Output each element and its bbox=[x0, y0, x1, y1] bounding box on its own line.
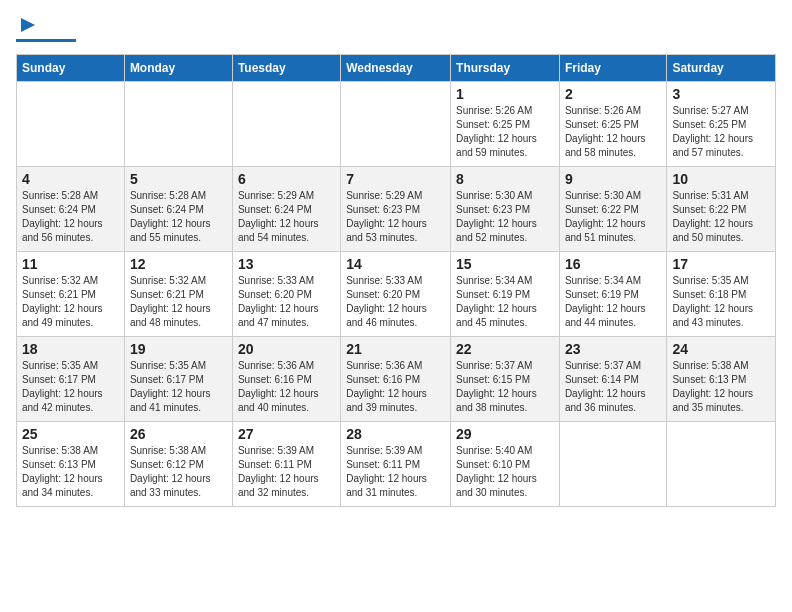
day-number: 3 bbox=[672, 86, 770, 102]
day-number: 1 bbox=[456, 86, 554, 102]
day-number: 22 bbox=[456, 341, 554, 357]
day-info: Sunrise: 5:38 AMSunset: 6:13 PMDaylight:… bbox=[672, 359, 770, 415]
day-info: Sunrise: 5:36 AMSunset: 6:16 PMDaylight:… bbox=[346, 359, 445, 415]
calendar-cell bbox=[232, 82, 340, 167]
day-info: Sunrise: 5:34 AMSunset: 6:19 PMDaylight:… bbox=[456, 274, 554, 330]
col-header-thursday: Thursday bbox=[451, 55, 560, 82]
calendar-cell: 20Sunrise: 5:36 AMSunset: 6:16 PMDayligh… bbox=[232, 337, 340, 422]
day-number: 7 bbox=[346, 171, 445, 187]
logo bbox=[16, 16, 76, 42]
calendar-cell: 19Sunrise: 5:35 AMSunset: 6:17 PMDayligh… bbox=[124, 337, 232, 422]
day-number: 16 bbox=[565, 256, 661, 272]
day-number: 28 bbox=[346, 426, 445, 442]
col-header-monday: Monday bbox=[124, 55, 232, 82]
day-info: Sunrise: 5:40 AMSunset: 6:10 PMDaylight:… bbox=[456, 444, 554, 500]
day-number: 10 bbox=[672, 171, 770, 187]
calendar-cell: 9Sunrise: 5:30 AMSunset: 6:22 PMDaylight… bbox=[559, 167, 666, 252]
day-number: 15 bbox=[456, 256, 554, 272]
day-number: 11 bbox=[22, 256, 119, 272]
day-number: 8 bbox=[456, 171, 554, 187]
svg-marker-0 bbox=[21, 18, 35, 32]
day-info: Sunrise: 5:38 AMSunset: 6:13 PMDaylight:… bbox=[22, 444, 119, 500]
day-number: 23 bbox=[565, 341, 661, 357]
logo-underline bbox=[16, 39, 76, 42]
calendar-cell: 28Sunrise: 5:39 AMSunset: 6:11 PMDayligh… bbox=[341, 422, 451, 507]
day-number: 9 bbox=[565, 171, 661, 187]
day-info: Sunrise: 5:31 AMSunset: 6:22 PMDaylight:… bbox=[672, 189, 770, 245]
day-info: Sunrise: 5:28 AMSunset: 6:24 PMDaylight:… bbox=[22, 189, 119, 245]
day-number: 17 bbox=[672, 256, 770, 272]
calendar-cell: 5Sunrise: 5:28 AMSunset: 6:24 PMDaylight… bbox=[124, 167, 232, 252]
day-info: Sunrise: 5:29 AMSunset: 6:23 PMDaylight:… bbox=[346, 189, 445, 245]
day-info: Sunrise: 5:28 AMSunset: 6:24 PMDaylight:… bbox=[130, 189, 227, 245]
calendar-cell: 6Sunrise: 5:29 AMSunset: 6:24 PMDaylight… bbox=[232, 167, 340, 252]
calendar-cell: 11Sunrise: 5:32 AMSunset: 6:21 PMDayligh… bbox=[17, 252, 125, 337]
col-header-saturday: Saturday bbox=[667, 55, 776, 82]
day-info: Sunrise: 5:33 AMSunset: 6:20 PMDaylight:… bbox=[238, 274, 335, 330]
day-info: Sunrise: 5:37 AMSunset: 6:14 PMDaylight:… bbox=[565, 359, 661, 415]
day-info: Sunrise: 5:39 AMSunset: 6:11 PMDaylight:… bbox=[346, 444, 445, 500]
calendar-cell: 10Sunrise: 5:31 AMSunset: 6:22 PMDayligh… bbox=[667, 167, 776, 252]
day-number: 27 bbox=[238, 426, 335, 442]
day-number: 19 bbox=[130, 341, 227, 357]
calendar-table: SundayMondayTuesdayWednesdayThursdayFrid… bbox=[16, 54, 776, 507]
day-info: Sunrise: 5:30 AMSunset: 6:23 PMDaylight:… bbox=[456, 189, 554, 245]
day-number: 29 bbox=[456, 426, 554, 442]
col-header-wednesday: Wednesday bbox=[341, 55, 451, 82]
day-number: 12 bbox=[130, 256, 227, 272]
calendar-cell: 3Sunrise: 5:27 AMSunset: 6:25 PMDaylight… bbox=[667, 82, 776, 167]
calendar-cell: 17Sunrise: 5:35 AMSunset: 6:18 PMDayligh… bbox=[667, 252, 776, 337]
day-info: Sunrise: 5:29 AMSunset: 6:24 PMDaylight:… bbox=[238, 189, 335, 245]
calendar-cell: 21Sunrise: 5:36 AMSunset: 6:16 PMDayligh… bbox=[341, 337, 451, 422]
page-header bbox=[16, 16, 776, 42]
day-info: Sunrise: 5:38 AMSunset: 6:12 PMDaylight:… bbox=[130, 444, 227, 500]
day-number: 14 bbox=[346, 256, 445, 272]
calendar-cell: 1Sunrise: 5:26 AMSunset: 6:25 PMDaylight… bbox=[451, 82, 560, 167]
day-info: Sunrise: 5:33 AMSunset: 6:20 PMDaylight:… bbox=[346, 274, 445, 330]
day-number: 26 bbox=[130, 426, 227, 442]
calendar-cell bbox=[341, 82, 451, 167]
col-header-sunday: Sunday bbox=[17, 55, 125, 82]
calendar-cell: 22Sunrise: 5:37 AMSunset: 6:15 PMDayligh… bbox=[451, 337, 560, 422]
day-number: 2 bbox=[565, 86, 661, 102]
calendar-cell: 16Sunrise: 5:34 AMSunset: 6:19 PMDayligh… bbox=[559, 252, 666, 337]
calendar-cell: 29Sunrise: 5:40 AMSunset: 6:10 PMDayligh… bbox=[451, 422, 560, 507]
day-number: 20 bbox=[238, 341, 335, 357]
day-number: 21 bbox=[346, 341, 445, 357]
day-number: 6 bbox=[238, 171, 335, 187]
day-number: 18 bbox=[22, 341, 119, 357]
calendar-cell bbox=[124, 82, 232, 167]
calendar-cell: 26Sunrise: 5:38 AMSunset: 6:12 PMDayligh… bbox=[124, 422, 232, 507]
calendar-cell: 23Sunrise: 5:37 AMSunset: 6:14 PMDayligh… bbox=[559, 337, 666, 422]
calendar-cell: 25Sunrise: 5:38 AMSunset: 6:13 PMDayligh… bbox=[17, 422, 125, 507]
day-info: Sunrise: 5:32 AMSunset: 6:21 PMDaylight:… bbox=[22, 274, 119, 330]
day-info: Sunrise: 5:34 AMSunset: 6:19 PMDaylight:… bbox=[565, 274, 661, 330]
calendar-cell: 13Sunrise: 5:33 AMSunset: 6:20 PMDayligh… bbox=[232, 252, 340, 337]
day-info: Sunrise: 5:32 AMSunset: 6:21 PMDaylight:… bbox=[130, 274, 227, 330]
day-number: 13 bbox=[238, 256, 335, 272]
day-number: 5 bbox=[130, 171, 227, 187]
calendar-cell: 14Sunrise: 5:33 AMSunset: 6:20 PMDayligh… bbox=[341, 252, 451, 337]
day-info: Sunrise: 5:27 AMSunset: 6:25 PMDaylight:… bbox=[672, 104, 770, 160]
day-number: 4 bbox=[22, 171, 119, 187]
logo-arrow-icon bbox=[19, 16, 37, 34]
day-info: Sunrise: 5:39 AMSunset: 6:11 PMDaylight:… bbox=[238, 444, 335, 500]
day-info: Sunrise: 5:35 AMSunset: 6:17 PMDaylight:… bbox=[130, 359, 227, 415]
day-info: Sunrise: 5:30 AMSunset: 6:22 PMDaylight:… bbox=[565, 189, 661, 245]
calendar-cell bbox=[17, 82, 125, 167]
calendar-cell: 27Sunrise: 5:39 AMSunset: 6:11 PMDayligh… bbox=[232, 422, 340, 507]
calendar-cell bbox=[559, 422, 666, 507]
calendar-cell: 24Sunrise: 5:38 AMSunset: 6:13 PMDayligh… bbox=[667, 337, 776, 422]
day-info: Sunrise: 5:36 AMSunset: 6:16 PMDaylight:… bbox=[238, 359, 335, 415]
day-info: Sunrise: 5:35 AMSunset: 6:18 PMDaylight:… bbox=[672, 274, 770, 330]
calendar-cell: 7Sunrise: 5:29 AMSunset: 6:23 PMDaylight… bbox=[341, 167, 451, 252]
day-info: Sunrise: 5:26 AMSunset: 6:25 PMDaylight:… bbox=[456, 104, 554, 160]
col-header-friday: Friday bbox=[559, 55, 666, 82]
calendar-cell bbox=[667, 422, 776, 507]
calendar-cell: 4Sunrise: 5:28 AMSunset: 6:24 PMDaylight… bbox=[17, 167, 125, 252]
day-number: 25 bbox=[22, 426, 119, 442]
calendar-cell: 8Sunrise: 5:30 AMSunset: 6:23 PMDaylight… bbox=[451, 167, 560, 252]
day-info: Sunrise: 5:37 AMSunset: 6:15 PMDaylight:… bbox=[456, 359, 554, 415]
day-info: Sunrise: 5:35 AMSunset: 6:17 PMDaylight:… bbox=[22, 359, 119, 415]
calendar-cell: 2Sunrise: 5:26 AMSunset: 6:25 PMDaylight… bbox=[559, 82, 666, 167]
